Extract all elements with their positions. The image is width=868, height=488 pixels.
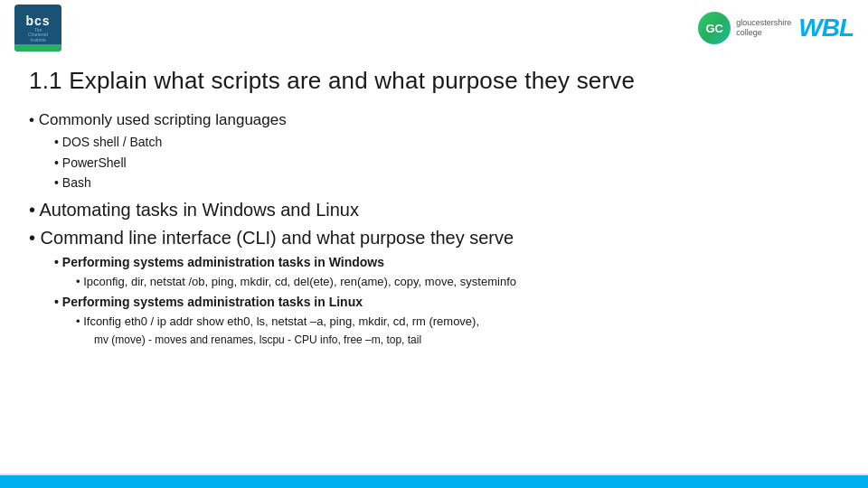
- bcs-logo: bcs TheCharteredInstitute: [14, 5, 61, 52]
- section3-windows-bold: • Performing systems administration task…: [54, 254, 839, 272]
- wbl-logo: WBL: [798, 14, 854, 42]
- gc-circle: GC: [698, 12, 731, 44]
- section3-linux-detail-1: • Ifconfig eth0 / ip addr show eth0, ls,…: [76, 314, 839, 330]
- bcs-green-accent: [14, 44, 61, 52]
- bottom-teal-bar: [0, 475, 868, 488]
- section1-sub1: • DOS shell / Batch: [54, 134, 839, 152]
- gc-name-line1: gloucestershire: [736, 18, 791, 28]
- right-logos: GC gloucestershire college WBL: [698, 12, 854, 44]
- header: bcs TheCharteredInstitute GC gloucesters…: [0, 0, 868, 56]
- gc-logo: GC gloucestershire college: [698, 12, 791, 44]
- section1-main: • Commonly used scripting languages: [29, 111, 839, 129]
- page-title: 1.1 Explain what scripts are and what pu…: [29, 67, 839, 95]
- main-content: 1.1 Explain what scripts are and what pu…: [29, 56, 839, 470]
- gc-circle-text: GC: [705, 22, 723, 35]
- section1-sub3: • Bash: [54, 174, 839, 192]
- gc-name-line2: college: [736, 28, 791, 38]
- bcs-logo-subtext: TheCharteredInstitute: [28, 28, 48, 43]
- section2-main: • Automating tasks in Windows and Linux: [29, 200, 839, 221]
- section3-linux-detail-2: mv (move) - moves and renames, lscpu - C…: [94, 333, 839, 348]
- section-automating: • Automating tasks in Windows and Linux: [29, 200, 839, 221]
- section3-windows-detail: • Ipconfig, dir, netstat /ob, ping, mkdi…: [76, 274, 839, 290]
- gc-text-block: gloucestershire college: [736, 18, 791, 38]
- section3-main: • Command line interface (CLI) and what …: [29, 228, 839, 249]
- section3-linux-bold: • Performing systems administration task…: [54, 294, 839, 312]
- section-scripting-languages: • Commonly used scripting languages • DO…: [29, 111, 839, 192]
- bcs-logo-text: bcs: [25, 14, 50, 28]
- section1-sub2: • PowerShell: [54, 155, 839, 173]
- section-cli: • Command line interface (CLI) and what …: [29, 228, 839, 348]
